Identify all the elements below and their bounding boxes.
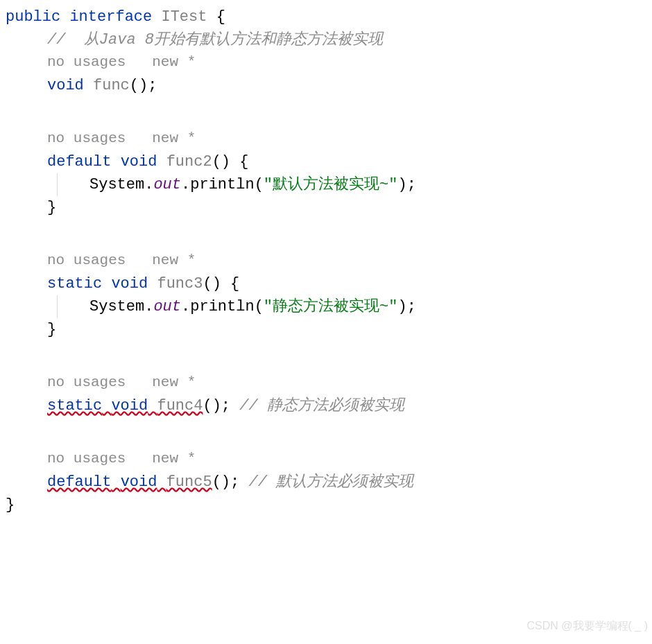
semicolon: ; [221,397,230,415]
brace-close: } [6,496,15,514]
author-hint: new * [152,374,196,390]
semicolon: ; [407,176,416,193]
semicolon: ; [230,473,239,491]
code-line[interactable]: public interface ITest { [6,6,652,28]
method-name: func [93,77,130,94]
code-line[interactable]: static void func4(); // 静态方法必须被实现 [6,394,652,417]
dot: . [181,176,190,193]
brace-open: { [207,8,225,26]
parentheses: () [212,153,230,171]
blank-line [6,341,652,372]
class-ref: System [89,298,144,315]
parentheses: () [212,473,230,491]
keyword-default-error: default [47,473,111,491]
comment: // 从Java 8开始有默认方法和静态方法被实现 [47,31,383,49]
blank-line [6,97,652,128]
semicolon: ; [148,77,157,94]
author-hint: new * [152,451,196,467]
code-line[interactable]: System.out.println("静态方法被实现~"); [57,295,652,318]
inlay-hint[interactable]: no usages new * [6,128,652,150]
paren-open: ( [255,298,264,315]
dot: . [181,298,190,315]
code-line[interactable]: void func(); [6,74,652,97]
inlay-hint[interactable]: no usages new * [6,372,652,394]
keyword-void: void [111,275,148,293]
method-name: func2 [166,153,212,171]
blank-line [6,219,652,250]
brace-close: } [47,321,56,338]
author-hint: new * [152,252,196,268]
code-line[interactable]: default void func5(); // 默认方法必须被实现 [6,471,652,494]
class-ref: System [89,176,144,193]
class-name: ITest [161,8,207,26]
usage-hint: no usages [47,374,126,390]
brace-close: } [47,199,56,216]
code-line[interactable]: static void func3() { [6,272,652,295]
brace-open: { [221,275,239,293]
code-line[interactable]: } [6,196,652,219]
keyword-interface: interface [69,8,152,26]
inlay-hint[interactable]: no usages new * [6,448,652,471]
code-line[interactable]: } [6,318,652,341]
method-name-error: func4 [157,397,203,415]
keyword-static-error: static [47,397,102,415]
keyword-void-error: void [121,473,157,491]
usage-hint: no usages [47,451,126,467]
code-line[interactable]: } [6,494,652,516]
method-name-error: func5 [166,473,212,491]
keyword-public: public [6,8,60,26]
keyword-void-error: void [111,397,148,415]
code-line[interactable]: default void func2() { [6,150,652,173]
author-hint: new * [152,54,196,70]
keyword-void: void [121,153,157,171]
dot: . [144,298,153,315]
comment: // 静态方法必须被实现 [230,397,404,415]
keyword-default: default [47,153,111,171]
static-field: out [153,298,181,315]
semicolon: ; [407,298,416,315]
usage-hint: no usages [47,130,126,146]
parentheses: () [203,397,221,415]
keyword-void: void [47,77,84,94]
code-line[interactable]: System.out.println("默认方法被实现~"); [57,173,652,196]
paren-open: ( [255,176,264,193]
author-hint: new * [152,130,196,146]
blank-line [6,417,652,448]
inlay-hint[interactable]: no usages new * [6,51,652,74]
keyword-static: static [47,275,102,293]
comment: // 默认方法必须被实现 [239,473,413,491]
string-literal: "默认方法被实现~" [264,176,398,193]
static-field: out [153,176,181,193]
paren-close: ) [397,176,406,193]
brace-open: { [230,153,248,171]
paren-close: ) [397,298,406,315]
code-line[interactable]: // 从Java 8开始有默认方法和静态方法被实现 [6,28,652,51]
method-name: func3 [157,275,203,293]
method-call: println [190,298,254,315]
parentheses: () [203,275,221,293]
usage-hint: no usages [47,54,126,70]
parentheses: () [130,77,148,94]
inlay-hint[interactable]: no usages new * [6,250,652,272]
string-literal: "静态方法被实现~" [264,298,398,315]
method-call: println [190,176,254,193]
watermark: CSDN @我要学编程( _ ) [527,618,648,634]
usage-hint: no usages [47,252,126,268]
dot: . [144,176,153,193]
